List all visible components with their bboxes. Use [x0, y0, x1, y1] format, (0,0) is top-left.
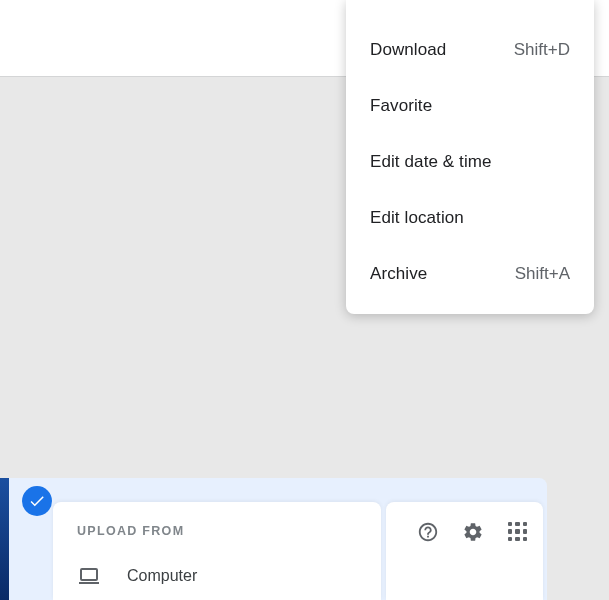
thumbnail-strip[interactable] — [0, 478, 9, 600]
menu-item-edit-location[interactable]: Edit location — [346, 190, 594, 246]
toolbar-card — [386, 502, 543, 600]
apps-button[interactable] — [502, 516, 533, 547]
help-button[interactable] — [412, 516, 443, 547]
context-menu: Download Shift+D Favorite Edit date & ti… — [346, 0, 594, 314]
menu-label: Favorite — [370, 96, 432, 116]
upload-heading: Upload from — [77, 524, 357, 538]
menu-shortcut: Shift+A — [515, 264, 570, 284]
laptop-icon — [77, 564, 101, 588]
upload-card: Upload from Computer — [53, 502, 381, 600]
menu-shortcut: Shift+D — [514, 40, 570, 60]
menu-item-download[interactable]: Download Shift+D — [346, 22, 594, 78]
upload-option-computer[interactable]: Computer — [77, 564, 357, 588]
menu-label: Edit date & time — [370, 152, 492, 172]
menu-item-edit-date-time[interactable]: Edit date & time — [346, 134, 594, 190]
gear-icon — [462, 521, 484, 543]
apps-grid-icon — [508, 522, 528, 542]
svg-rect-0 — [81, 569, 97, 580]
settings-button[interactable] — [457, 516, 488, 547]
menu-label: Download — [370, 40, 446, 60]
menu-label: Archive — [370, 264, 427, 284]
selection-check-icon[interactable] — [22, 486, 52, 516]
help-icon — [417, 521, 439, 543]
menu-label: Edit location — [370, 208, 464, 228]
upload-option-label: Computer — [127, 567, 197, 585]
menu-item-archive[interactable]: Archive Shift+A — [346, 246, 594, 302]
menu-item-favorite[interactable]: Favorite — [346, 78, 594, 134]
